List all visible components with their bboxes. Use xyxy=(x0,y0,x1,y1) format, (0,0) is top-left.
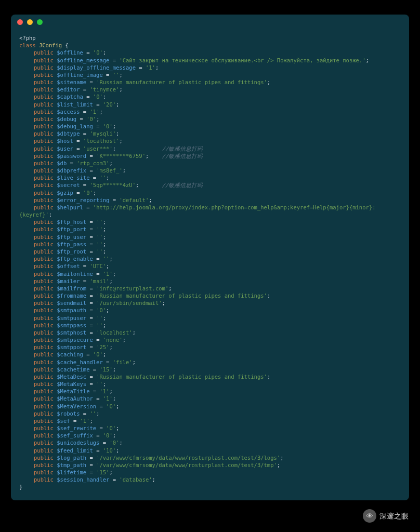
string: '1' xyxy=(146,64,155,71)
variable: $lifetime xyxy=(57,469,86,475)
zoom-icon[interactable] xyxy=(37,19,43,25)
keyword-public: public xyxy=(34,432,54,438)
watermark-icon: 👁 xyxy=(363,509,376,523)
close-brace: } xyxy=(19,484,22,490)
string: '25' xyxy=(96,344,109,350)
keyword-public: public xyxy=(34,57,54,63)
keyword-public: public xyxy=(34,322,54,328)
code-line: public $session_handler = 'database'; xyxy=(19,476,401,483)
code-line: public $access = '1'; xyxy=(19,108,401,115)
code-line: public $sef_suffix = '0'; xyxy=(19,432,401,439)
keyword-public: public xyxy=(34,366,54,373)
keyword-public: public xyxy=(34,462,54,468)
variable: $ftp_user xyxy=(57,234,86,240)
variable: $sef_rewrite xyxy=(57,425,96,431)
keyword-public: public xyxy=(34,234,54,240)
string: 'none' xyxy=(103,337,123,343)
variable: $tmp_path xyxy=(57,462,86,468)
variable: $mailer xyxy=(57,278,80,284)
keyword-public: public xyxy=(34,395,54,402)
code-line: public $MetaDesc = 'Russian manufacturer… xyxy=(19,373,401,380)
string: '1' xyxy=(80,418,90,424)
code-line: public $db = 'rtp_com3'; xyxy=(19,159,401,167)
variable: $db xyxy=(57,160,67,166)
code-line: {keyref}'; xyxy=(19,211,401,218)
variable: $smtppass xyxy=(57,322,86,328)
string: '/var/www/cfmrsomy/data/www/rosturplast.… xyxy=(96,455,280,461)
keyword-public: public xyxy=(34,359,54,365)
keyword-public: public xyxy=(34,175,54,181)
code-line: public $mailfrom = 'info@rosturplast.com… xyxy=(19,285,401,292)
code-line: public $smtpauth = '0'; xyxy=(19,307,401,314)
minimize-icon[interactable] xyxy=(27,19,33,25)
string: '' xyxy=(99,175,106,181)
keyword-public: public xyxy=(34,381,54,387)
code-line: public $smtphost = 'localhost'; xyxy=(19,329,401,336)
keyword-public: public xyxy=(34,388,54,394)
keyword-public: public xyxy=(34,123,54,129)
code-line: public $mailonline = '1'; xyxy=(19,270,401,277)
string: '' xyxy=(96,248,103,255)
variable: $sitename xyxy=(57,79,86,85)
variable: $smtpsecure xyxy=(57,337,93,343)
string: '' xyxy=(96,315,103,321)
keyword-public: public xyxy=(34,425,54,431)
code-line: public $fromname = 'Russian manufacturer… xyxy=(19,292,401,299)
variable: $MetaKeys xyxy=(57,381,86,387)
variable: $ftp_pass xyxy=(57,241,86,247)
string: '0' xyxy=(93,94,103,100)
keyword-public: public xyxy=(34,130,54,137)
keyword-public: public xyxy=(34,204,54,210)
variable: $unicodeslugs xyxy=(57,440,99,446)
keyword-public: public xyxy=(34,109,54,115)
string: 'localhost' xyxy=(83,138,120,144)
string: '0' xyxy=(83,190,93,196)
variable: $debug xyxy=(57,116,76,122)
variable: $ftp_port xyxy=(57,226,86,232)
string: 'ms8ef_' xyxy=(96,167,123,174)
code-line: public $dbtype = 'mysqli'; xyxy=(19,130,401,137)
variable: $dbtype xyxy=(57,130,80,137)
close-icon[interactable] xyxy=(17,19,23,25)
variable: $MetaAuthor xyxy=(57,395,93,402)
code-line: public $debug = '0'; xyxy=(19,115,401,123)
code-line: public $ftp_pass = ''; xyxy=(19,241,401,248)
keyword-public: public xyxy=(34,79,54,85)
string: 'Russian manufacturer of plastic pipes a… xyxy=(96,374,267,380)
variable: $user xyxy=(57,145,73,152)
string: 'Russian manufacturer of plastic pipes a… xyxy=(96,292,267,299)
code-line: public $live_site = ''; xyxy=(19,174,401,181)
string: '' xyxy=(90,410,97,417)
code-line: public $cachetime = '15'; xyxy=(19,366,401,373)
string: 'UTC' xyxy=(90,263,107,269)
keyword-public: public xyxy=(34,300,54,306)
php-open: <?php xyxy=(19,35,36,41)
keyword-public: public xyxy=(34,344,54,350)
variable: $offline_image xyxy=(57,72,103,78)
string: '1' xyxy=(90,109,100,115)
code-line: public $ftp_enable = ''; xyxy=(19,255,401,262)
code-line: public $cache_handler = 'file'; xyxy=(19,358,401,366)
string: 'K********6759' xyxy=(96,153,146,159)
variable: $debug_lang xyxy=(57,123,93,129)
keyword-public: public xyxy=(34,374,54,380)
code-line: public $sef = '1'; xyxy=(19,417,401,424)
code-line: public $ftp_host = ''; xyxy=(19,218,401,225)
variable: $offline_message xyxy=(57,57,109,63)
variable: $feed_limit xyxy=(57,447,93,454)
string: '0' xyxy=(106,403,116,409)
keyword-public: public xyxy=(34,455,54,461)
keyword-public: public xyxy=(34,351,54,357)
code-line: public $dbprefix = 'ms8ef_'; xyxy=(19,167,401,174)
code-line: public $feed_limit = '10'; xyxy=(19,447,401,454)
code-block: <?phpclass JConfig { public $offline = '… xyxy=(11,29,409,500)
code-line: public $offset = 'UTC'; xyxy=(19,262,401,270)
code-line: public $sef_rewrite = '0'; xyxy=(19,424,401,432)
keyword-public: public xyxy=(34,248,54,255)
keyword-public: public xyxy=(34,101,54,108)
variable: $MetaTitle xyxy=(57,388,89,394)
keyword-public: public xyxy=(34,219,54,225)
code-line: public $lifetime = '15'; xyxy=(19,469,401,476)
keyword-public: public xyxy=(34,241,54,247)
variable: $access xyxy=(57,109,80,115)
